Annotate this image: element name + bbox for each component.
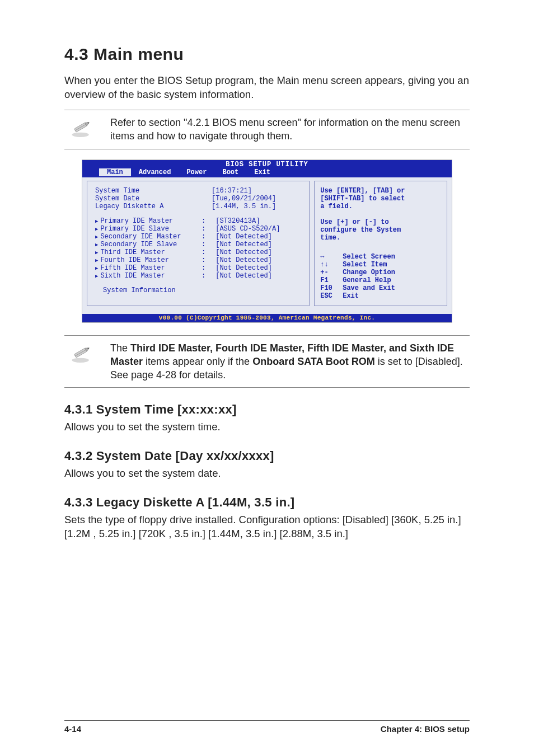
bios-tab-power[interactable]: Power xyxy=(179,168,214,176)
section-heading: 4.3 Main menu xyxy=(64,45,470,64)
bios-row[interactable]: Third IDE Master: [Not Detected] xyxy=(95,248,302,256)
bios-row[interactable]: Secondary IDE Master: [Not Detected] xyxy=(95,233,302,241)
bios-row[interactable]: Secondary IDE Slave: [Not Detected] xyxy=(95,241,302,248)
subsection-heading-2: 4.3.2 System Date [Day xx/xx/xxxx] xyxy=(64,449,470,463)
intro-paragraph: When you enter the BIOS Setup program, t… xyxy=(64,74,470,102)
subsection-text-3: Sets the type of floppy drive installed.… xyxy=(64,513,470,541)
bios-tab-main[interactable]: Main xyxy=(99,168,131,176)
bios-main-panel: System Time[16:37:21]System Date[Tue,09/… xyxy=(87,181,310,306)
page-number: 4-14 xyxy=(64,724,81,734)
bios-system-information[interactable]: System Information xyxy=(95,287,302,294)
chapter-label: Chapter 4: BIOS setup xyxy=(381,724,470,734)
bios-nav-row: ESCExit xyxy=(320,292,442,300)
note-text-1: Refer to section "4.2.1 BIOS menu screen… xyxy=(110,115,470,143)
bios-screenshot: BIOS SETUP UTILITY MainAdvancedPowerBoot… xyxy=(82,159,452,323)
bios-row[interactable]: System Date[Tue,09/21/2004] xyxy=(95,195,302,203)
note-block-1: Refer to section "4.2.1 BIOS menu screen… xyxy=(64,110,470,149)
bios-row[interactable]: Legacy Diskette A[1.44M, 3.5 in.] xyxy=(95,203,302,210)
svg-point-5 xyxy=(72,358,89,362)
bios-help-text: Use [ENTER], [TAB] or [SHIFT-TAB] to sel… xyxy=(320,187,442,242)
subsection-text-2: Allows you to set the system date. xyxy=(64,467,470,481)
bios-row[interactable]: Fourth IDE Master: [Not Detected] xyxy=(95,256,302,264)
bios-nav-row: F10Save and Exit xyxy=(320,284,442,292)
bios-tab-bar: MainAdvancedPowerBootExit xyxy=(82,168,452,177)
bios-nav-row: ↑↓Select Item xyxy=(320,261,442,269)
subsection-heading-3: 4.3.3 Legacy Diskette A [1.44M, 3.5 in.] xyxy=(64,495,470,510)
note2-bold2: Onboard SATA Boot ROM xyxy=(252,356,375,367)
bios-nav-legend: ↔Select Screen↑↓Select Item+-Change Opti… xyxy=(320,253,442,300)
subsection-text-1: Allows you to set the system time. xyxy=(64,420,470,434)
bios-tab-boot[interactable]: Boot xyxy=(214,168,246,176)
bios-row[interactable]: Primary IDE Master: [ST320413A] xyxy=(95,217,302,225)
pencil-note-icon xyxy=(64,340,98,365)
bios-nav-row: +-Change Option xyxy=(320,269,442,276)
page-footer: 4-14 Chapter 4: BIOS setup xyxy=(64,720,470,734)
note2-mid1: items appear only if the xyxy=(143,356,252,367)
note2-pre: The xyxy=(110,342,130,354)
bios-help-panel: Use [ENTER], [TAB] or [SHIFT-TAB] to sel… xyxy=(314,181,447,306)
bios-copyright: v00.00 (C)Copyright 1985-2003, American … xyxy=(82,314,452,322)
svg-point-0 xyxy=(72,133,89,137)
bios-row[interactable]: Sixth IDE Master: [Not Detected] xyxy=(95,272,302,280)
subsection-heading-1: 4.3.1 System Time [xx:xx:xx] xyxy=(64,402,470,417)
note-text-2: The Third IDE Master, Fourth IDE Master,… xyxy=(110,340,470,382)
bios-nav-row: ↔Select Screen xyxy=(320,253,442,261)
bios-tab-advanced[interactable]: Advanced xyxy=(131,168,179,176)
bios-title: BIOS SETUP UTILITY xyxy=(82,160,452,168)
note-block-2: The Third IDE Master, Fourth IDE Master,… xyxy=(64,335,470,388)
bios-nav-row: F1General Help xyxy=(320,276,442,284)
bios-row[interactable]: Primary IDE Slave: [ASUS CD-S520/A] xyxy=(95,225,302,233)
bios-row[interactable]: System Time[16:37:21] xyxy=(95,187,302,195)
bios-tab-exit[interactable]: Exit xyxy=(246,168,278,176)
bios-row[interactable]: Fifth IDE Master: [Not Detected] xyxy=(95,264,302,272)
pencil-note-icon xyxy=(64,115,98,139)
